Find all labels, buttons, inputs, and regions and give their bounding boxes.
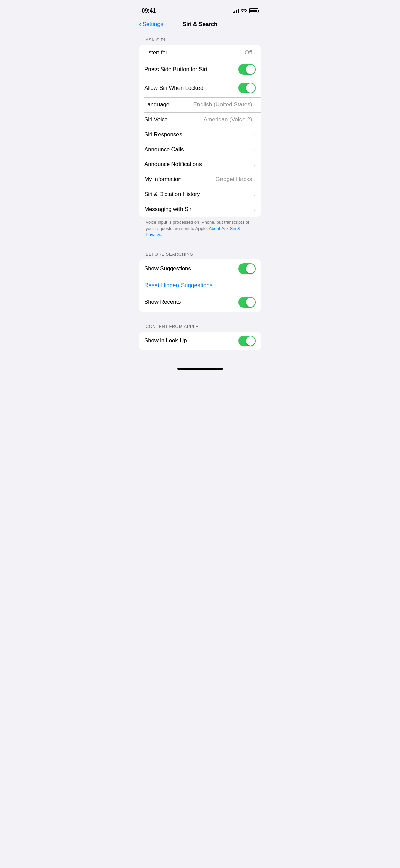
reset-hidden-suggestions-label: Reset Hidden Suggestions bbox=[144, 282, 212, 289]
chevron-right-icon: › bbox=[254, 117, 256, 122]
chevron-right-icon: › bbox=[254, 162, 256, 167]
siri-dictation-history-label: Siri & Dictation History bbox=[144, 191, 200, 198]
siri-voice-label: Siri Voice bbox=[144, 116, 168, 123]
before-searching-header: BEFORE SEARCHING bbox=[133, 245, 267, 259]
chevron-right-icon: › bbox=[254, 50, 256, 55]
status-icons bbox=[233, 8, 258, 13]
show-recents-toggle[interactable] bbox=[238, 297, 256, 308]
announce-notifications-row[interactable]: Announce Notifications › bbox=[139, 157, 261, 172]
nav-header: ‹ Settings Siri & Search bbox=[133, 17, 267, 31]
allow-when-locked-label: Allow Siri When Locked bbox=[144, 85, 203, 92]
allow-when-locked-row[interactable]: Allow Siri When Locked bbox=[139, 79, 261, 97]
show-in-look-up-label: Show in Look Up bbox=[144, 337, 187, 344]
home-indicator bbox=[177, 368, 223, 370]
ask-siri-card: Listen for Off › Press Side Button for S… bbox=[139, 45, 261, 217]
signal-icon bbox=[233, 8, 239, 13]
messaging-with-siri-label: Messaging with Siri bbox=[144, 206, 193, 213]
announce-calls-row[interactable]: Announce Calls › bbox=[139, 142, 261, 157]
announce-notifications-label: Announce Notifications bbox=[144, 161, 202, 168]
listen-for-value: Off bbox=[245, 49, 252, 56]
page-title: Siri & Search bbox=[183, 21, 217, 28]
messaging-with-siri-row[interactable]: Messaging with Siri › bbox=[139, 202, 261, 217]
back-label: Settings bbox=[143, 21, 163, 28]
siri-dictation-history-row[interactable]: Siri & Dictation History › bbox=[139, 187, 261, 202]
show-in-look-up-row[interactable]: Show in Look Up bbox=[139, 332, 261, 350]
chevron-right-icon: › bbox=[254, 102, 256, 107]
my-information-value: Gadget Hacks bbox=[216, 176, 252, 183]
language-value: English (United States) bbox=[193, 101, 252, 108]
show-suggestions-label: Show Suggestions bbox=[144, 265, 191, 272]
show-recents-row[interactable]: Show Recents bbox=[139, 293, 261, 312]
chevron-right-icon: › bbox=[254, 192, 256, 197]
chevron-right-icon: › bbox=[254, 147, 256, 152]
status-time: 09:41 bbox=[142, 7, 156, 14]
chevron-right-icon: › bbox=[254, 132, 256, 137]
show-recents-label: Show Recents bbox=[144, 299, 181, 305]
siri-voice-value: American (Voice 2) bbox=[204, 116, 252, 123]
allow-when-locked-toggle[interactable] bbox=[238, 83, 256, 93]
before-searching-card: Show Suggestions Reset Hidden Suggestion… bbox=[139, 259, 261, 312]
siri-voice-row[interactable]: Siri Voice American (Voice 2) › bbox=[139, 112, 261, 127]
my-information-row[interactable]: My Information Gadget Hacks › bbox=[139, 172, 261, 187]
press-side-button-label: Press Side Button for Siri bbox=[144, 66, 207, 73]
chevron-right-icon: › bbox=[254, 206, 256, 212]
content-from-apple-card: Show in Look Up bbox=[139, 332, 261, 350]
back-button[interactable]: ‹ Settings bbox=[139, 21, 163, 28]
status-bar: 09:41 bbox=[133, 0, 267, 17]
battery-icon bbox=[249, 8, 258, 13]
listen-for-row[interactable]: Listen for Off › bbox=[139, 45, 261, 60]
language-row[interactable]: Language English (United States) › bbox=[139, 97, 261, 112]
ask-siri-header: ASK SIRI bbox=[133, 31, 267, 45]
siri-responses-label: Siri Responses bbox=[144, 131, 182, 138]
listen-for-label: Listen for bbox=[144, 49, 167, 56]
my-information-label: My Information bbox=[144, 176, 182, 183]
wifi-icon bbox=[241, 8, 247, 13]
language-label: Language bbox=[144, 101, 169, 108]
announce-calls-label: Announce Calls bbox=[144, 146, 184, 153]
siri-responses-row[interactable]: Siri Responses › bbox=[139, 127, 261, 142]
press-side-button-row[interactable]: Press Side Button for Siri bbox=[139, 60, 261, 79]
show-suggestions-toggle[interactable] bbox=[238, 263, 256, 274]
chevron-right-icon: › bbox=[254, 177, 256, 182]
press-side-button-toggle[interactable] bbox=[238, 64, 256, 75]
ask-siri-footer: Voice input is processed on iPhone, but … bbox=[133, 217, 267, 245]
content-from-apple-header: CONTENT FROM APPLE bbox=[133, 317, 267, 332]
reset-hidden-suggestions-row[interactable]: Reset Hidden Suggestions bbox=[139, 278, 261, 293]
show-in-look-up-toggle[interactable] bbox=[238, 336, 256, 346]
back-chevron-icon: ‹ bbox=[139, 20, 141, 28]
show-suggestions-row[interactable]: Show Suggestions bbox=[139, 259, 261, 278]
